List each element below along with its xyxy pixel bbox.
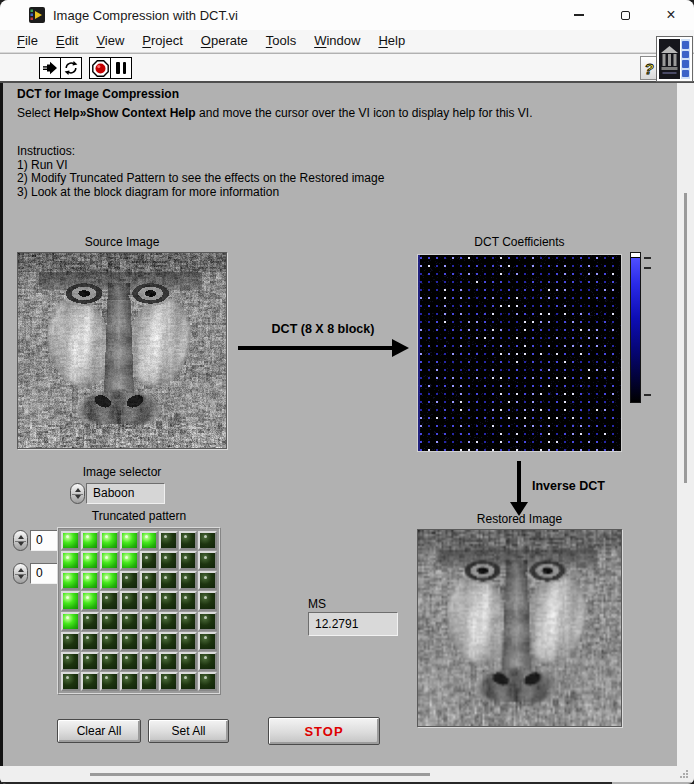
- decrement-icon[interactable]: [75, 495, 81, 499]
- led-cell-r2c6[interactable]: [179, 571, 198, 590]
- led-cell-r1c3[interactable]: [120, 551, 139, 570]
- led-cell-r3c1[interactable]: [81, 591, 100, 610]
- clear-all-button[interactable]: Clear All: [57, 719, 141, 743]
- menu-item-help[interactable]: Help: [369, 31, 414, 51]
- led-cell-r4c3[interactable]: [120, 612, 139, 631]
- led-cell-r7c3[interactable]: [120, 672, 139, 691]
- minimize-button[interactable]: [556, 0, 602, 30]
- decrement-icon[interactable]: [18, 542, 24, 546]
- led-cell-r7c6[interactable]: [179, 672, 198, 691]
- image-selector-spinner[interactable]: [70, 483, 85, 504]
- menu-item-tools[interactable]: Tools: [257, 31, 305, 51]
- led-cell-r1c0[interactable]: [61, 551, 80, 570]
- led-cell-r5c7[interactable]: [198, 632, 217, 651]
- led-cell-r4c4[interactable]: [140, 612, 159, 631]
- led-cell-r4c1[interactable]: [81, 612, 100, 631]
- maximize-button[interactable]: [602, 0, 648, 30]
- increment-icon[interactable]: [75, 488, 81, 492]
- truncated-pattern-grid-frame: [57, 527, 221, 695]
- menu-item-edit[interactable]: Edit: [47, 31, 87, 51]
- decrement-icon[interactable]: [18, 575, 24, 579]
- menu-item-window[interactable]: Window: [305, 31, 369, 51]
- led-cell-r2c2[interactable]: [100, 571, 119, 590]
- led-cell-r3c0[interactable]: [61, 591, 80, 610]
- abort-button[interactable]: [89, 57, 111, 79]
- menu-item-view[interactable]: View: [87, 31, 133, 51]
- led-cell-r0c2[interactable]: [100, 531, 119, 550]
- led-cell-r1c7[interactable]: [198, 551, 217, 570]
- menu-item-operate[interactable]: Operate: [192, 31, 257, 51]
- led-cell-r7c0[interactable]: [61, 672, 80, 691]
- menu-item-project[interactable]: Project: [133, 31, 191, 51]
- led-cell-r3c3[interactable]: [120, 591, 139, 610]
- led-cell-r0c5[interactable]: [159, 531, 178, 550]
- led-cell-r0c7[interactable]: [198, 531, 217, 550]
- led-cell-r7c4[interactable]: [140, 672, 159, 691]
- row-index-spinner[interactable]: [13, 530, 28, 551]
- stop-button[interactable]: STOP: [268, 717, 380, 745]
- led-cell-r0c0[interactable]: [61, 531, 80, 550]
- led-cell-r6c5[interactable]: [159, 652, 178, 671]
- vertical-scrollbar-thumb[interactable]: [684, 193, 687, 483]
- led-cell-r5c5[interactable]: [159, 632, 178, 651]
- run-continuous-button[interactable]: [60, 57, 82, 79]
- vi-icon-thumbnail[interactable]: [656, 36, 693, 82]
- led-cell-r7c7[interactable]: [198, 672, 217, 691]
- led-cell-r6c3[interactable]: [120, 652, 139, 671]
- led-cell-r2c0[interactable]: [61, 571, 80, 590]
- led-cell-r4c5[interactable]: [159, 612, 178, 631]
- led-cell-r0c4[interactable]: [140, 531, 159, 550]
- vertical-scrollbar[interactable]: [677, 83, 694, 766]
- horizontal-scrollbar[interactable]: [0, 766, 694, 782]
- resize-grip[interactable]: [680, 769, 690, 779]
- led-cell-r4c0[interactable]: [61, 612, 80, 631]
- led-cell-r4c2[interactable]: [100, 612, 119, 631]
- led-cell-r3c4[interactable]: [140, 591, 159, 610]
- menu-item-file[interactable]: File: [8, 31, 47, 51]
- led-cell-r4c6[interactable]: [179, 612, 198, 631]
- led-cell-r6c2[interactable]: [100, 652, 119, 671]
- col-index-spinner[interactable]: [13, 563, 28, 584]
- close-button[interactable]: ×: [648, 0, 694, 30]
- horizontal-scrollbar-thumb[interactable]: [90, 773, 430, 776]
- set-all-button[interactable]: Set All: [148, 719, 229, 743]
- led-cell-r1c5[interactable]: [159, 551, 178, 570]
- pause-button[interactable]: [110, 57, 132, 79]
- led-cell-r5c4[interactable]: [140, 632, 159, 651]
- led-cell-r5c0[interactable]: [61, 632, 80, 651]
- led-cell-r2c3[interactable]: [120, 571, 139, 590]
- led-cell-r6c6[interactable]: [179, 652, 198, 671]
- led-cell-r1c2[interactable]: [100, 551, 119, 570]
- led-cell-r7c1[interactable]: [81, 672, 100, 691]
- led-cell-r0c1[interactable]: [81, 531, 100, 550]
- increment-icon[interactable]: [18, 568, 24, 572]
- led-cell-r3c2[interactable]: [100, 591, 119, 610]
- led-cell-r2c7[interactable]: [198, 571, 217, 590]
- led-cell-r4c7[interactable]: [198, 612, 217, 631]
- led-cell-r3c6[interactable]: [179, 591, 198, 610]
- led-cell-r0c3[interactable]: [120, 531, 139, 550]
- led-cell-r1c1[interactable]: [81, 551, 100, 570]
- led-cell-r5c2[interactable]: [100, 632, 119, 651]
- led-cell-r5c6[interactable]: [179, 632, 198, 651]
- increment-icon[interactable]: [18, 535, 24, 539]
- led-cell-r0c6[interactable]: [179, 531, 198, 550]
- led-cell-r2c5[interactable]: [159, 571, 178, 590]
- led-cell-r1c6[interactable]: [179, 551, 198, 570]
- run-button[interactable]: [39, 57, 61, 79]
- led-cell-r7c5[interactable]: [159, 672, 178, 691]
- led-cell-r6c1[interactable]: [81, 652, 100, 671]
- led-cell-r2c1[interactable]: [81, 571, 100, 590]
- ramp-tick: [644, 257, 651, 259]
- image-selector-value[interactable]: Baboon: [86, 483, 165, 504]
- led-cell-r3c5[interactable]: [159, 591, 178, 610]
- led-cell-r7c2[interactable]: [100, 672, 119, 691]
- led-cell-r2c4[interactable]: [140, 571, 159, 590]
- led-cell-r6c4[interactable]: [140, 652, 159, 671]
- led-cell-r6c0[interactable]: [61, 652, 80, 671]
- led-cell-r6c7[interactable]: [198, 652, 217, 671]
- led-cell-r5c3[interactable]: [120, 632, 139, 651]
- led-cell-r3c7[interactable]: [198, 591, 217, 610]
- led-cell-r1c4[interactable]: [140, 551, 159, 570]
- led-cell-r5c1[interactable]: [81, 632, 100, 651]
